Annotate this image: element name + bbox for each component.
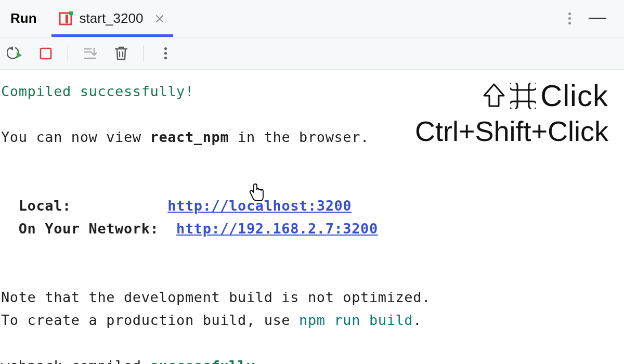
stop-button[interactable] [36, 44, 55, 63]
panel-options-button[interactable] [565, 9, 574, 28]
network-url-link[interactable]: http://192.168.2.7:3200 [176, 220, 378, 237]
local-url-link[interactable]: http://localhost:3200 [167, 198, 352, 214]
console-line-local: Local: http://localhost:3200 [1, 198, 352, 214]
svg-rect-1 [66, 15, 68, 23]
tab-underline [51, 34, 174, 37]
rerun-button[interactable] [5, 44, 24, 63]
run-panel-header: Run start_3200 [0, 0, 624, 37]
shortcut-mac: ⇧⌘Click Click [415, 78, 608, 113]
console-line-view: You can now view react_npm in the browse… [1, 129, 369, 145]
console-line-network: On Your Network: http://192.168.2.7:3200 [1, 220, 378, 237]
console-line-note1: Note that the development build is not o… [1, 289, 431, 305]
run-tab-label: start_3200 [80, 10, 144, 27]
shift-icon [482, 82, 506, 109]
svg-marker-5 [9, 46, 13, 50]
toolbar-separator [143, 45, 144, 62]
header-actions [565, 9, 619, 28]
more-actions-button[interactable] [156, 44, 175, 63]
svg-point-2 [69, 11, 73, 16]
command-icon [510, 83, 536, 109]
console-line-compiled: Compiled successfully! [1, 83, 194, 99]
shortcut-winlinux: Ctrl+Shift+Click [415, 115, 608, 147]
close-tab-button[interactable] [152, 11, 167, 26]
panel-title: Run [10, 10, 37, 27]
run-toolbar [0, 37, 624, 70]
svg-rect-7 [41, 48, 51, 59]
console-line-webpack: webpack compiled successfully [1, 358, 255, 364]
hide-panel-button[interactable] [589, 18, 606, 19]
toolbar-separator [68, 45, 68, 62]
scroll-to-end-button[interactable] [81, 44, 99, 63]
svg-marker-6 [17, 52, 22, 58]
shortcut-overlay: ⇧⌘Click Click Ctrl+Shift+Click [415, 78, 608, 147]
run-tab[interactable]: start_3200 [58, 0, 167, 37]
clear-all-button[interactable] [112, 44, 131, 63]
npm-icon [58, 11, 73, 27]
console-line-note2: To create a production build, use npm ru… [1, 312, 422, 328]
